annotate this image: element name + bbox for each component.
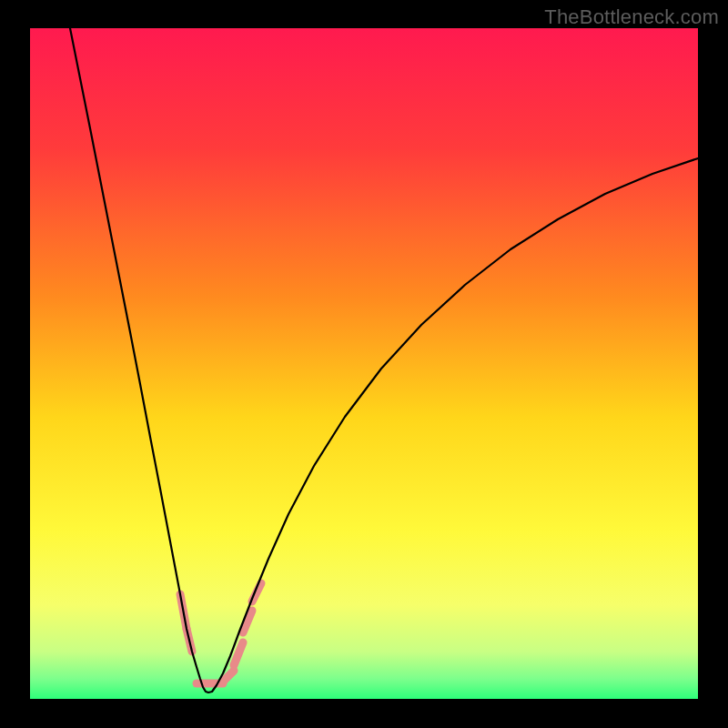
watermark-text: TheBottleneck.com — [544, 5, 719, 29]
chart-frame: TheBottleneck.com — [0, 0, 728, 728]
main-v-curve — [70, 28, 698, 693]
highlight-markers — [180, 583, 261, 683]
highlight-marker — [223, 671, 234, 682]
highlight-marker — [243, 611, 252, 632]
highlight-marker — [234, 642, 243, 665]
plot-area — [30, 28, 698, 699]
plot-svg — [30, 28, 698, 699]
